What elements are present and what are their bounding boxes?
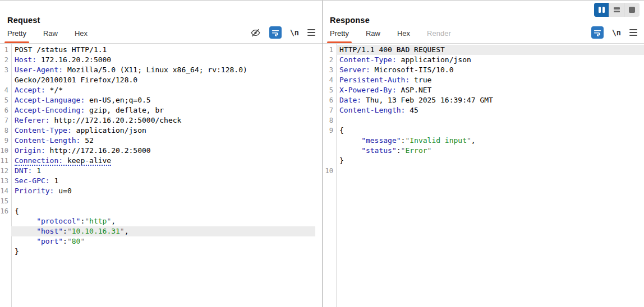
code-text [336, 166, 644, 176]
code-line[interactable]: "host":"10.10.16.31", [0, 226, 322, 236]
columns-layout-button[interactable] [594, 3, 609, 17]
code-line[interactable]: 10 [323, 166, 644, 176]
code-line[interactable]: } [323, 156, 644, 166]
http-message-editor: Request Pretty Raw Hex [0, 0, 644, 307]
request-tab-bar: Pretty Raw Hex [7, 29, 88, 43]
code-line[interactable]: 14Priority: u=0 [0, 186, 322, 196]
request-menu-button[interactable] [307, 29, 315, 36]
line-number: 13 [0, 176, 11, 186]
line-number [323, 146, 336, 156]
code-text: X-Powered-By: ASP.NET [336, 85, 644, 95]
code-text: Content-Type: application/json [336, 55, 644, 65]
line-number: 3 [0, 65, 11, 75]
request-panel-title: Request [7, 16, 40, 25]
code-text: DNT: 1 [11, 166, 315, 176]
code-text: Accept-Language: en-US,en;q=0.5 [11, 95, 315, 105]
code-text: User-Agent: Mozilla/5.0 (X11; Linux x86_… [11, 65, 315, 75]
code-line[interactable]: 16{ [0, 206, 322, 216]
eye-slash-icon [250, 27, 261, 38]
code-line[interactable]: 7Content-Length: 45 [323, 105, 644, 115]
hide-headers-button[interactable] [250, 27, 261, 38]
code-text: Content-Type: application/json [11, 125, 315, 136]
code-line[interactable]: 15 [0, 196, 322, 206]
line-number [0, 246, 11, 257]
show-newlines-toggle[interactable]: \n [612, 28, 621, 37]
response-tab-hex[interactable]: Hex [397, 29, 410, 43]
single-layout-icon [629, 7, 635, 13]
code-line[interactable]: 6Accept-Encoding: gzip, deflate, br [0, 105, 322, 115]
code-line[interactable]: "status":"Error" [323, 146, 644, 156]
word-wrap-toggle[interactable] [591, 26, 604, 39]
request-tab-raw[interactable]: Raw [43, 29, 58, 43]
single-layout-button[interactable] [624, 3, 640, 17]
code-line[interactable]: 12DNT: 1 [0, 166, 322, 176]
code-line[interactable]: 2Host: 172.16.20.2:5000 [0, 55, 322, 65]
word-wrap-toggle[interactable] [269, 26, 282, 39]
code-text: Persistent-Auth: true [336, 75, 644, 85]
line-number: 6 [0, 105, 11, 115]
code-line[interactable]: 6Date: Thu, 13 Feb 2025 16:39:47 GMT [323, 95, 644, 105]
code-line[interactable]: 9Content-Length: 52 [0, 136, 322, 146]
line-number: 7 [0, 115, 11, 125]
code-line[interactable]: } [0, 246, 322, 257]
hamburger-icon [307, 29, 315, 30]
code-line[interactable]: 10Origin: http://172.16.20.2:5000 [0, 146, 322, 156]
rows-layout-icon [614, 7, 620, 12]
code-text: Content-Length: 52 [11, 136, 315, 146]
code-text: Date: Thu, 13 Feb 2025 16:39:47 GMT [336, 95, 644, 105]
code-text: "status":"Error" [336, 146, 644, 156]
response-tab-bar: Pretty Raw Hex Render [330, 29, 451, 43]
code-text: POST /status HTTP/1.1 [11, 45, 315, 55]
response-tab-pretty[interactable]: Pretty [330, 29, 349, 43]
line-number: 12 [0, 166, 11, 176]
code-line[interactable]: 4Persistent-Auth: true [323, 75, 644, 85]
code-line[interactable]: 2Content-Type: application/json [323, 55, 644, 65]
line-number: 11 [0, 156, 11, 166]
code-line[interactable]: "message":"Invalid input", [323, 136, 644, 146]
code-line[interactable]: 1HTTP/1.1 400 BAD REQUEST [323, 45, 644, 55]
code-text: } [11, 246, 315, 257]
line-number: 2 [323, 55, 336, 65]
request-panel: Request Pretty Raw Hex [0, 1, 323, 307]
line-number: 9 [323, 125, 336, 136]
code-line[interactable]: "protocol":"http", [0, 216, 322, 226]
code-line[interactable]: 8Content-Type: application/json [0, 125, 322, 136]
line-number: 10 [323, 166, 336, 176]
hamburger-icon [629, 29, 637, 30]
code-line[interactable]: 5Accept-Language: en-US,en;q=0.5 [0, 95, 322, 105]
code-line[interactable]: 7Referer: http://172.16.20.2:5000/check [0, 115, 322, 125]
code-line[interactable]: Gecko/20100101 Firefox/128.0 [0, 75, 322, 85]
code-text: "protocol":"http", [11, 216, 315, 226]
code-line[interactable]: "port":"80" [0, 236, 322, 246]
code-text: HTTP/1.1 400 BAD REQUEST [336, 45, 644, 55]
code-line[interactable]: 4Accept: */* [0, 85, 322, 95]
code-line[interactable]: 3User-Agent: Mozilla/5.0 (X11; Linux x86… [0, 65, 322, 75]
response-tab-raw[interactable]: Raw [366, 29, 380, 43]
request-toolbar: \n [250, 26, 315, 39]
code-line[interactable]: 3Server: Microsoft-IIS/10.0 [323, 65, 644, 75]
code-line[interactable]: 9{ [323, 125, 644, 136]
response-panel: Response Pretty Raw Hex Render [323, 1, 644, 307]
code-line[interactable]: 8 [323, 115, 644, 125]
show-newlines-toggle[interactable]: \n [290, 28, 299, 37]
request-tab-hex[interactable]: Hex [75, 29, 88, 43]
code-line[interactable]: 5X-Powered-By: ASP.NET [323, 85, 644, 95]
code-text [336, 115, 644, 125]
code-line[interactable]: 13Sec-GPC: 1 [0, 176, 322, 186]
line-number [323, 156, 336, 166]
word-wrap-icon [593, 28, 602, 37]
code-text [11, 196, 315, 206]
view-layout-switcher [594, 3, 640, 17]
line-number: 16 [0, 206, 11, 216]
request-editor[interactable]: 1POST /status HTTP/1.12Host: 172.16.20.2… [0, 44, 322, 307]
code-line[interactable]: 1POST /status HTTP/1.1 [0, 45, 322, 55]
line-number: 5 [0, 95, 11, 105]
request-tab-pretty[interactable]: Pretty [7, 29, 26, 43]
code-line[interactable]: 11Connection: keep-alive [0, 156, 322, 166]
rows-layout-button[interactable] [609, 3, 624, 17]
code-text: Server: Microsoft-IIS/10.0 [336, 65, 644, 75]
response-editor[interactable]: 1HTTP/1.1 400 BAD REQUEST2Content-Type: … [323, 44, 644, 307]
response-panel-title: Response [330, 16, 370, 25]
response-menu-button[interactable] [629, 29, 637, 36]
line-number: 15 [0, 196, 11, 206]
